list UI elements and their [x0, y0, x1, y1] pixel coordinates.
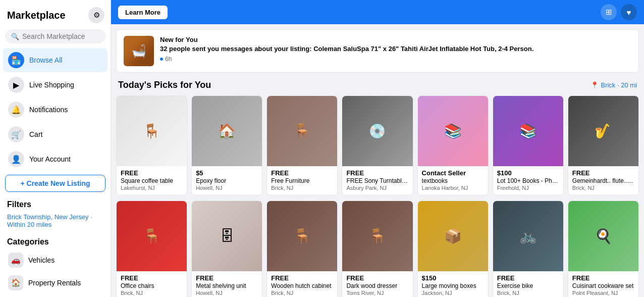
sidebar-item-your-account[interactable]: 👤 Your Account: [3, 147, 108, 171]
category-item-apparel[interactable]: 👕 Apparel: [3, 294, 108, 297]
product-name-p11: Dark wood dresser: [346, 282, 408, 289]
product-location-p14: Point Pleasant, NJ: [572, 290, 634, 296]
product-info-p14: FREE Cuisinart cookware set Point Pleasa…: [568, 271, 638, 297]
nav-label-notifications: Notifications: [29, 106, 68, 114]
learn-more-button[interactable]: Learn More: [118, 6, 168, 19]
product-name-p14: Cuisinart cookware set: [572, 282, 634, 289]
product-card-p2[interactable]: 🏠 $5 Epoxy floor Howell, NJ: [191, 95, 262, 195]
sidebar-item-cart[interactable]: 🛒 Cart: [3, 122, 108, 146]
product-location-p7: Brick, NJ: [572, 185, 634, 191]
product-image-p9: 🗄: [192, 201, 262, 271]
filters-label: Filters: [0, 195, 111, 211]
product-card-p12[interactable]: 📦 $150 Large moving boxes Jackson, NJ: [417, 201, 489, 297]
product-image-p1: 🪑: [117, 96, 187, 166]
product-price-p1: FREE: [121, 169, 183, 177]
product-image-p3: 🪑: [267, 96, 337, 166]
product-card-p6[interactable]: 📚 $100 Lot 100+ Books - Philosophy, LGBQ…: [493, 95, 564, 195]
location-label: Brick · 20 mi: [601, 81, 637, 89]
nfy-message: 32 people sent you messages about your l…: [160, 45, 312, 53]
sidebar-item-browse-all[interactable]: 🏪 Browse All: [3, 48, 108, 72]
product-info-p1: FREE Square coffee table Lakehurst, NJ: [117, 166, 187, 195]
nav-items: 🏪 Browse All ▶ Live Shopping 🔔 Notificat…: [0, 47, 111, 172]
sidebar-item-live-shopping[interactable]: ▶ Live Shopping: [3, 73, 108, 97]
location-filter[interactable]: 📍 Brick · 20 mi: [591, 81, 637, 89]
nfy-description: 32 people sent you messages about your l…: [160, 44, 631, 54]
product-name-p9: Metal shelving unit: [196, 282, 258, 289]
product-image-p14: 🍳: [568, 201, 638, 271]
product-info-p4: FREE FREE Sony Turntable works WITH NEED…: [342, 166, 412, 195]
nfy-time: 6h: [160, 56, 631, 63]
search-input[interactable]: [22, 32, 99, 40]
product-info-p6: $100 Lot 100+ Books - Philosophy, LGBQ, …: [493, 166, 563, 195]
search-box[interactable]: 🔍: [5, 29, 105, 43]
grid-icon[interactable]: ⊞: [601, 4, 617, 20]
product-card-p11[interactable]: 🪑 FREE Dark wood dresser Toms River, NJ: [342, 201, 413, 297]
cat-icon-vehicles: 🚗: [8, 253, 23, 268]
product-image-p5: 📚: [418, 96, 488, 166]
nav-icon-live-shopping: ▶: [8, 77, 24, 93]
product-card-p8[interactable]: 🪑 FREE Office chairs Brick, NJ: [116, 201, 187, 297]
nav-label-cart: Cart: [29, 130, 42, 138]
search-icon: 🔍: [11, 33, 19, 40]
product-location-p9: Howell, NJ: [196, 290, 258, 296]
create-listing-button[interactable]: + Create New Listing: [5, 175, 105, 192]
product-card-p10[interactable]: 🪑 FREE Wooden hutch cabinet Brick, NJ: [266, 201, 338, 297]
product-card-p4[interactable]: 💿 FREE FREE Sony Turntable works WITH NE…: [342, 95, 413, 195]
product-name-p10: Wooden hutch cabinet: [271, 282, 333, 289]
heart-icon[interactable]: ♥: [621, 4, 637, 20]
product-name-p3: Free Furniture: [271, 177, 333, 184]
product-price-p10: FREE: [271, 274, 333, 282]
location-pin-icon: 📍: [591, 81, 599, 89]
gear-icon: ⚙: [93, 11, 100, 20]
sidebar-item-notifications[interactable]: 🔔 Notifications: [3, 97, 108, 122]
product-name-p12: Large moving boxes: [422, 282, 484, 289]
product-image-p11: 🪑: [342, 201, 412, 271]
product-info-p13: FREE Exercise bike Brick, NJ: [493, 271, 563, 297]
product-info-p5: Contact Seller textbooks Lanoka Harbor, …: [418, 166, 488, 195]
product-name-p5: textbooks: [422, 177, 484, 184]
product-price-p11: FREE: [346, 274, 408, 282]
product-card-p5[interactable]: 📚 Contact Seller textbooks Lanoka Harbor…: [417, 95, 489, 195]
product-price-p5: Contact Seller: [422, 169, 484, 177]
product-name-p8: Office chairs: [121, 282, 183, 289]
nav-icon-your-account: 👤: [8, 151, 24, 167]
nav-label-live-shopping: Live Shopping: [29, 81, 74, 89]
create-listing-label: + Create New Listing: [20, 179, 90, 187]
cat-label-property-rentals: Property Rentals: [28, 279, 81, 287]
nav-icon-cart: 🛒: [8, 126, 24, 142]
product-price-p7: FREE: [572, 169, 634, 177]
nfy-title: New for You: [160, 36, 631, 43]
settings-button[interactable]: ⚙: [88, 7, 104, 23]
product-price-p3: FREE: [271, 169, 333, 177]
product-location-p10: Brick, NJ: [271, 290, 333, 296]
product-card-p14[interactable]: 🍳 FREE Cuisinart cookware set Point Plea…: [568, 201, 639, 297]
product-grid-row1: 🪑 FREE Square coffee table Lakehurst, NJ…: [111, 95, 644, 201]
todays-picks-header: Today's Picks for You 📍 Brick · 20 mi: [111, 73, 644, 95]
product-location-p13: Brick, NJ: [497, 290, 559, 296]
product-image-p12: 📦: [418, 201, 488, 271]
sidebar-title: Marketplace: [7, 10, 66, 21]
product-location-p6: Freehold, NJ: [497, 185, 559, 191]
product-price-p4: FREE: [346, 169, 408, 177]
nfy-dot: [160, 58, 163, 61]
product-price-p9: FREE: [196, 274, 258, 282]
product-image-p7: 🎷: [568, 96, 638, 166]
product-grid-row2: 🪑 FREE Office chairs Brick, NJ 🗄 FREE Me…: [111, 201, 644, 297]
product-price-p13: FREE: [497, 274, 559, 282]
category-item-vehicles[interactable]: 🚗 Vehicles: [3, 249, 108, 271]
listing-thumbnail: 🛁: [124, 36, 154, 66]
category-item-property-rentals[interactable]: 🏠 Property Rentals: [3, 272, 108, 294]
product-info-p3: FREE Free Furniture Brick, NJ: [267, 166, 337, 195]
product-card-p13[interactable]: 🚲 FREE Exercise bike Brick, NJ: [493, 201, 564, 297]
product-name-p13: Exercise bike: [497, 282, 559, 289]
product-info-p12: $150 Large moving boxes Jackson, NJ: [418, 271, 488, 297]
product-card-p7[interactable]: 🎷 FREE Gemeinhardt.. flute.. make me an …: [568, 95, 639, 195]
todays-picks-title: Today's Picks for You: [118, 80, 211, 90]
filter-location[interactable]: Brick Township, New Jersey · Within 20 m…: [0, 211, 111, 232]
categories-label: Categories: [0, 232, 111, 249]
product-card-p9[interactable]: 🗄 FREE Metal shelving unit Howell, NJ: [191, 201, 262, 297]
product-card-p3[interactable]: 🪑 FREE Free Furniture Brick, NJ: [266, 95, 338, 195]
product-card-p1[interactable]: 🪑 FREE Square coffee table Lakehurst, NJ: [116, 95, 187, 195]
product-price-p2: $5: [196, 169, 258, 177]
product-location-p8: Brick, NJ: [121, 290, 183, 296]
